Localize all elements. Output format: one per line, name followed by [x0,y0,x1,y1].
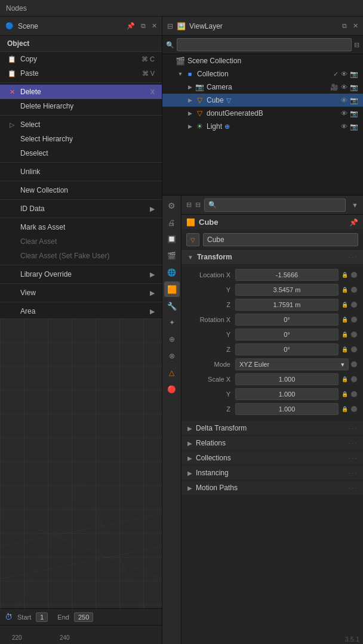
menu-item-view[interactable]: View ▶ [0,286,162,300]
menu-item-area[interactable]: Area ▶ [0,304,162,318]
scale-z-row: Z 1.000 🔒 [187,402,357,416]
duplicate-icon[interactable]: ⧉ [141,22,146,30]
delete-hierarchy-label: Delete Hierarchy [20,102,73,110]
pin-icon[interactable]: 📌 [127,22,135,30]
props-search-input[interactable]: 🔍 [204,199,346,212]
outliner-item-light[interactable]: ▶ ☀ Light ⊕ 👁 📷 [162,120,363,133]
rotation-x-field[interactable]: 0° [235,314,339,326]
camera-name: Camera [207,83,232,91]
outliner-filter-btn[interactable]: ⊟ [354,41,359,49]
outliner-search-input[interactable] [177,38,352,51]
world-props-btn[interactable]: 🌐 [164,265,180,280]
light-cam-icon[interactable]: 📷 [350,123,358,131]
delta-transform-section[interactable]: ▶ Delta Transform · · · [182,421,363,436]
scale-z-field[interactable]: 1.000 [235,403,339,415]
timeline-controls: ⏱ Start 1 End 250 [0,609,162,626]
scene-props-btn[interactable]: 🎬 [164,248,180,264]
menu-item-delete-hierarchy[interactable]: Delete Hierarchy [0,99,162,113]
props-dropdown-btn[interactable]: ▼ [352,202,358,209]
camera-eye-icon[interactable]: 👁 [341,83,347,91]
collection-check-icon[interactable]: ✓ [333,70,339,78]
instancing-section[interactable]: ▶ Instancing · · · [182,466,363,481]
viewport[interactable] [0,318,162,644]
scale-x-dot[interactable] [351,376,357,382]
outliner-item-camera[interactable]: ▶ 📷 Camera 🎥 👁 📷 [162,80,363,94]
menu-item-deselect[interactable]: Deselect [0,146,162,160]
rotation-x-dot[interactable] [351,317,357,323]
menu-item-select[interactable]: ▷ Select [0,117,162,132]
cube-eye-icon[interactable]: 👁 [341,97,347,104]
constraints-props-btn[interactable]: ⊗ [164,348,180,364]
object-type-dropdown[interactable]: ▽ [186,233,199,246]
view-layer-props-btn[interactable]: 🔲 [164,231,180,247]
menu-item-copy[interactable]: 📋 Copy ⌘ C [0,52,162,66]
donut-cam-icon[interactable]: 📷 [350,110,358,117]
timeline-bar: ⏱ Start 1 End 250 220 240 [0,608,162,644]
cube-triangle: ▶ [186,97,193,104]
mode-dropdown[interactable]: XYZ Euler ▾ [235,358,349,370]
material-props-btn[interactable]: 🔴 [164,382,180,397]
props-object-header: 🟧 Cube 📌 [182,215,363,230]
menu-item-clear-asset: Clear Asset [0,234,162,249]
camera-extra-icon: 🎥 [330,83,339,91]
physics-props-btn[interactable]: ⊕ [164,332,180,347]
start-value[interactable]: 1 [36,612,48,622]
location-y-dot[interactable] [351,287,357,293]
outliner-item-scene-collection[interactable]: 🎬 Scene Collection [162,54,363,67]
outliner-item-donut[interactable]: ▶ ▽ donutGeneratedB 👁 📷 [162,107,363,120]
menu-item-delete[interactable]: ✕ Delete X [0,85,162,99]
menu-item-mark-asset[interactable]: Mark as Asset [0,220,162,234]
object-name-field[interactable]: Cube [203,233,358,246]
outliner-close-icon[interactable]: ✕ [353,22,358,30]
props-pin-btn[interactable]: 📌 [349,218,358,227]
menu-item-unlink[interactable]: Unlink [0,165,162,179]
collections-section[interactable]: ▶ Collections · · · [182,451,363,466]
menu-item-id-data[interactable]: ID Data ▶ [0,202,162,216]
location-z-lock: 🔒 [340,301,349,309]
scale-z-dot[interactable] [351,406,357,412]
render-props-btn[interactable]: ⚙ [164,198,180,213]
location-z-dot[interactable] [351,302,357,308]
outliner-item-collection[interactable]: ▼ ■ Collection ✓ 👁 📷 [162,67,363,80]
scene-collection-triangle [167,57,174,64]
collection-cam-icon[interactable]: 📷 [350,70,358,78]
data-props-btn[interactable]: △ [164,365,180,380]
menu-item-new-collection[interactable]: New Collection [0,183,162,197]
light-eye-icon[interactable]: 👁 [341,123,347,130]
scale-y-dot[interactable] [351,391,357,397]
end-value[interactable]: 250 [74,612,93,622]
particles-props-btn[interactable]: ✦ [164,315,180,330]
location-x-field[interactable]: -1.5666 [235,269,339,281]
location-z-field[interactable]: 1.7591 m [235,299,339,311]
outliner-title: ViewLayer [189,22,223,30]
close-icon[interactable]: ✕ [152,22,157,30]
scale-y-field[interactable]: 1.000 [235,388,339,400]
mode-dot[interactable] [351,361,357,367]
rotation-y-dot[interactable] [351,332,357,338]
object-props-btn[interactable]: 🟧 [164,281,180,297]
divider-9 [0,302,162,302]
timeline-clock-icon: ⏱ [5,612,13,621]
cube-cam-icon[interactable]: 📷 [350,97,358,104]
rotation-z-field[interactable]: 0° [235,343,339,355]
outliner-duplicate-icon[interactable]: ⧉ [342,22,347,30]
library-override-arrow: ▶ [150,271,155,278]
collection-eye-icon[interactable]: 👁 [341,70,347,78]
menu-item-paste[interactable]: 📋 Paste ⌘ V [0,66,162,80]
motion-paths-section[interactable]: ▶ Motion Paths · · · [182,481,363,496]
rotation-y-field[interactable]: 0° [235,329,339,340]
modifier-props-btn[interactable]: 🔧 [164,298,180,314]
scale-x-field[interactable]: 1.000 [235,373,339,385]
camera-cam-icon[interactable]: 📷 [350,83,358,91]
area-label: Area [20,307,35,315]
donut-eye-icon[interactable]: 👁 [341,110,347,117]
location-y-field[interactable]: 3.5457 m [235,284,339,296]
rotation-z-dot[interactable] [351,346,357,352]
menu-item-library-override[interactable]: Library Override ▶ [0,267,162,281]
location-x-dot[interactable] [351,272,357,278]
relations-section[interactable]: ▶ Relations · · · [182,436,363,451]
outliner-item-cube[interactable]: ▶ ▽ Cube ▽ 👁 📷 [162,94,363,107]
output-props-btn[interactable]: 🖨 [164,215,180,230]
menu-item-select-hierarchy[interactable]: Select Hierarchy [0,132,162,146]
transform-section-header[interactable]: ▼ Transform · · · [182,250,363,265]
